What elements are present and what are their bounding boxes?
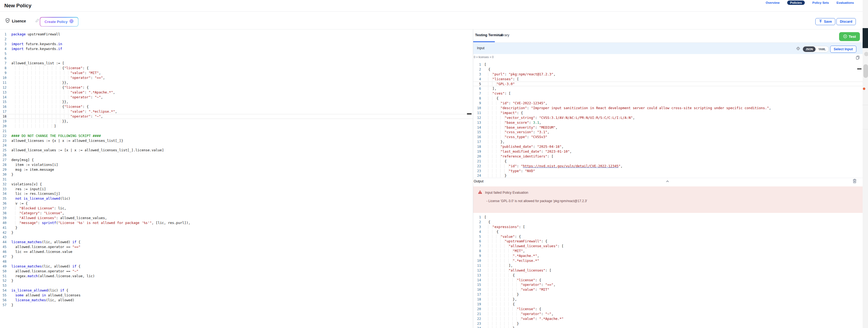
code-line[interactable]: 47} xyxy=(0,254,473,259)
code-line[interactable]: 37 "Blocked License": lic, xyxy=(0,206,473,211)
code-line[interactable]: 6 "upstreamFirewall": { xyxy=(473,239,863,244)
code-line[interactable]: 20 ] xyxy=(0,124,473,129)
code-line[interactable]: 5 "GPL-3.0" xyxy=(473,81,863,87)
code-line[interactable]: 21 "operator": "~", xyxy=(473,311,863,317)
code-line[interactable]: 32violations[v] { xyxy=(0,182,473,187)
code-line[interactable]: 2 { xyxy=(473,67,863,72)
code-line[interactable]: 5 xyxy=(0,51,473,56)
code-line[interactable]: 29 msg := item.message xyxy=(0,167,473,172)
code-line[interactable]: 31 xyxy=(0,177,473,182)
code-line[interactable]: 4import future.keywords.if xyxy=(0,46,473,51)
code-line[interactable]: 1[ xyxy=(473,62,863,67)
create-policy-button[interactable]: Create Policy xyxy=(40,17,79,27)
code-line[interactable]: 26 xyxy=(0,153,473,158)
nav-item-policy-sets[interactable]: Policy Sets xyxy=(812,1,829,4)
code-line[interactable]: 53 xyxy=(0,283,473,288)
code-line[interactable]: 20 "reference_identifiers": [ xyxy=(473,154,863,159)
code-line[interactable]: 7 "cves": [ xyxy=(473,91,863,96)
code-line[interactable]: 23allowed_licenses := {x | x := allowed_… xyxy=(0,138,473,143)
chevron-up-icon[interactable] xyxy=(665,179,670,184)
code-line[interactable]: 35 not is_license_allowed(lic) xyxy=(0,196,473,201)
code-line[interactable]: 6 ], xyxy=(473,86,863,91)
code-line[interactable]: 24 }, xyxy=(473,326,863,328)
code-line[interactable]: 3 "expressions": [ xyxy=(473,225,863,229)
code-line[interactable]: 9 ".*Apache.*", xyxy=(473,254,863,258)
code-line[interactable]: 25allowed_license_values := [x | x := al… xyxy=(0,148,473,153)
edit-pencil-icon[interactable] xyxy=(35,19,39,24)
code-line[interactable]: 16 {"license": { xyxy=(0,104,473,109)
code-line[interactable]: 15 "cvss_version": "3.1", xyxy=(473,130,863,135)
code-line[interactable]: 13 "base_score": 3.1, xyxy=(473,120,863,125)
code-line[interactable]: 14 "base_severity": "MEDIUM", xyxy=(473,125,863,130)
code-line[interactable]: 1package upstreamFirewall xyxy=(0,32,473,37)
code-line[interactable]: 11 ], xyxy=(473,263,863,268)
format-toggle-json[interactable]: JSON xyxy=(803,46,815,52)
code-line[interactable]: 30} xyxy=(0,172,473,177)
tab-library[interactable]: Library xyxy=(499,33,509,37)
code-line[interactable]: 19 }}, xyxy=(0,119,473,124)
code-line[interactable]: 1[ xyxy=(473,215,863,220)
code-line[interactable]: 33 res := input[i] xyxy=(0,187,473,192)
code-line[interactable]: 17 }, xyxy=(473,139,863,144)
code-line[interactable]: 40 "message": sprintf("License '%s' is n… xyxy=(0,221,473,225)
code-line[interactable]: 5 "value": { xyxy=(473,234,863,239)
code-line[interactable]: 7 "allowed_license_values": [ xyxy=(473,244,863,249)
code-line[interactable]: 56 license_matches(lic, allowed) xyxy=(0,298,473,303)
test-button[interactable]: Test xyxy=(839,32,860,41)
code-line[interactable]: 13 { xyxy=(473,273,863,278)
code-line[interactable]: 3 "purl": "pkg:npm/react@17.2.3", xyxy=(473,72,863,77)
code-line[interactable]: 16 "value": "MIT" xyxy=(473,287,863,292)
code-line[interactable]: 4 { xyxy=(473,229,863,234)
discard-button[interactable]: Discard xyxy=(836,18,856,25)
code-line[interactable]: 48 xyxy=(0,259,473,264)
code-line[interactable]: 21 { xyxy=(473,159,863,164)
code-line[interactable]: 11 }}, xyxy=(0,80,473,85)
code-line[interactable]: 14 "operator": "~", xyxy=(0,95,473,100)
code-line[interactable]: 19 { xyxy=(473,302,863,307)
code-line[interactable]: 8 { xyxy=(473,96,863,101)
code-line[interactable]: 2 xyxy=(0,37,473,42)
code-line[interactable]: 3import future.keywords.in xyxy=(0,42,473,46)
code-line[interactable]: 12 "vector_string": "CVSS:3.1/AV:N/AC:L/… xyxy=(473,116,863,120)
code-line[interactable]: 22#### DO NOT CHANGE THE FOLLOWING SCRIP… xyxy=(0,133,473,138)
trash-icon[interactable] xyxy=(852,178,857,184)
code-line[interactable]: 17 "value": ".*eclipse.*", xyxy=(0,109,473,114)
code-line[interactable]: 24 xyxy=(0,143,473,148)
code-line[interactable]: 24 } xyxy=(473,173,863,178)
code-line[interactable]: 2 { xyxy=(473,220,863,225)
save-button[interactable]: Save xyxy=(815,18,835,25)
output-json-editor[interactable]: 1[2 {3 "expressions": [4 {5 "value": {6 … xyxy=(473,214,863,328)
code-line[interactable]: 15 }}, xyxy=(0,99,473,104)
code-line[interactable]: 44license_matches(lic, allowed) if { xyxy=(0,240,473,244)
select-input-button[interactable]: Select Input xyxy=(830,46,857,53)
code-line[interactable]: 42} xyxy=(0,230,473,235)
code-line[interactable]: 18 "published_date": "2025-04-18", xyxy=(473,144,863,149)
code-line[interactable]: 54is_license_allowed(lic) if { xyxy=(0,288,473,293)
code-line[interactable]: 49license_matches(lic, allowed) if { xyxy=(0,264,473,269)
code-line[interactable]: 15 "operator": "==", xyxy=(473,282,863,287)
code-line[interactable]: 23 "type": "NVD" xyxy=(473,169,863,173)
nav-item-overview[interactable]: Overview xyxy=(766,1,779,4)
code-line[interactable]: 10 ".*eclipse.*" xyxy=(473,258,863,263)
code-line[interactable]: 28 item := violations[i] xyxy=(0,162,473,167)
input-json-editor[interactable]: 1[2 {3 "purl": "pkg:npm/react@17.2.3",4 … xyxy=(473,61,863,179)
code-line[interactable]: 4 "licenses": [ xyxy=(473,77,863,81)
code-line[interactable]: 9 "value": "MIT", xyxy=(0,70,473,75)
code-line[interactable]: 10 "description": "Improper input saniti… xyxy=(473,106,863,110)
code-line[interactable]: 57} xyxy=(0,303,473,307)
code-line[interactable]: 23 } xyxy=(473,321,863,326)
nav-item-policies[interactable]: Policies xyxy=(787,1,805,5)
code-line[interactable]: 43 xyxy=(0,235,473,240)
code-line[interactable]: 8 "MIT", xyxy=(473,249,863,254)
code-line[interactable]: 6 xyxy=(0,56,473,61)
code-line[interactable]: 41 } xyxy=(0,225,473,230)
code-line[interactable]: 10 "operator": "==", xyxy=(0,75,473,80)
code-line[interactable]: 14 "license": { xyxy=(473,278,863,283)
code-line[interactable]: 27deny[msg] { xyxy=(0,158,473,162)
code-line[interactable]: 51 regex.match(allowed.license.value, li… xyxy=(0,274,473,278)
code-line[interactable]: 36 v := { xyxy=(0,201,473,206)
code-line[interactable]: 19 "last_modified_date": "2023-01-10", xyxy=(473,149,863,154)
code-line[interactable]: 22 "value": ".*Apache.*" xyxy=(473,317,863,321)
nav-item-evaluations[interactable]: Evaluations xyxy=(836,1,854,4)
code-line[interactable]: 7allowed_licenses_list := [ xyxy=(0,61,473,66)
